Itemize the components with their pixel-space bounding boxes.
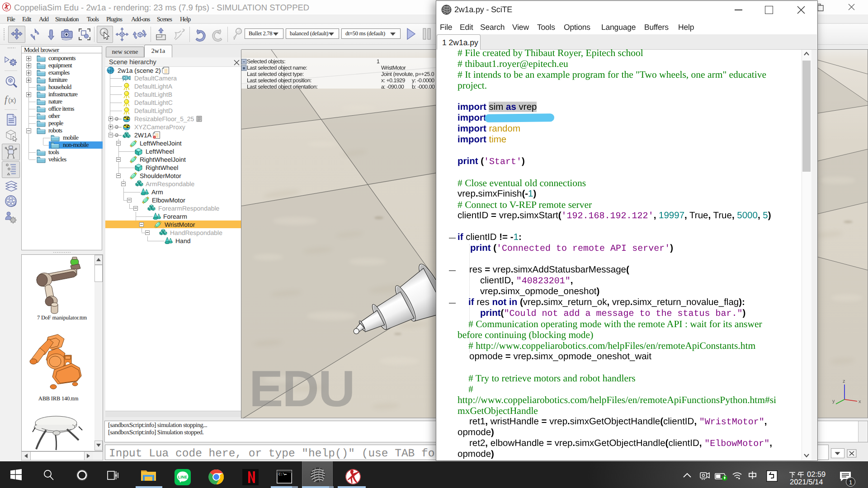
svg-text:Selected objects:: Selected objects: [247,58,285,65]
svg-text:z: z [843,379,845,384]
svg-text:b: -000.00: b: -000.00 [412,84,435,90]
svg-text:y: -0.0000: y: -0.0000 [412,77,434,84]
svg-text:x: x [859,399,861,404]
svg-text:WristMotor: WristMotor [381,65,406,71]
svg-text:x: +0.1929: x: +0.1929 [381,77,405,84]
svg-text:EDU: EDU [249,360,354,417]
svg-text:C:\: C:\ [278,473,285,477]
svg-text:LINE: LINE [178,475,188,479]
svg-text:Last selected object type:: Last selected object type: [247,71,304,77]
svg-text:y: y [832,399,835,404]
svg-text:Last selected object orientati: Last selected object orientation: [247,84,318,90]
svg-text:a: -090.00: a: -090.00 [381,84,404,90]
svg-text:Last selected object position:: Last selected object position: [247,77,311,84]
svg-text:Joint (revolute, p=+25.0: Joint (revolute, p=+25.0 [381,71,434,77]
svg-text:1: 1 [377,58,380,65]
svg-text:Last selected object name:: Last selected object name: [247,65,307,71]
svg-text:(x): (x) [8,97,16,104]
